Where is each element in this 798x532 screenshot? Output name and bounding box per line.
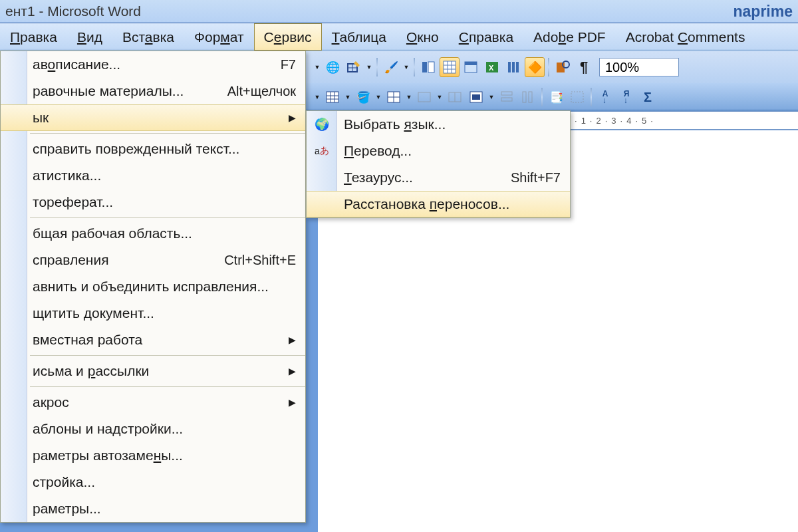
menu-item-autocorrect-options[interactable]: раметры автозамены... [1,442,305,469]
menu-help[interactable]: Справка [449,23,523,51]
dropdown-icon[interactable]: ▼ [402,64,410,70]
menu-item-templates-addins[interactable]: аблоны и надстройки... [1,416,305,442]
menu-item-label: справить поврежденный текст... [33,141,239,157]
svg-rect-33 [501,98,512,101]
menu-item-online-collaboration[interactable]: вместная работа ▶ [1,327,305,353]
distribute-rows-button[interactable] [497,87,517,107]
book-magnify-icon [555,60,570,74]
tables-borders-button[interactable] [344,57,364,77]
dropdown-icon[interactable]: ▼ [365,64,373,70]
svg-rect-3 [422,62,427,72]
paragraph-marks-button[interactable]: ¶ [574,57,594,77]
dropdown-icon[interactable]: ▼ [313,94,321,100]
sort-asc-button[interactable]: А↓ [595,87,615,107]
menu-window[interactable]: Окно [396,23,449,51]
drawing-button[interactable]: 🔶 [525,57,545,77]
menu-edit[interactable]: Правка [0,23,67,51]
dropdown-icon[interactable]: ▼ [374,94,382,100]
menu-view[interactable]: Вид [67,23,112,51]
sort-desc-button[interactable]: Я↓ [616,87,636,107]
ruler-mark: 1 [581,116,586,126]
research-button[interactable] [553,57,573,77]
menu-item-customize[interactable]: стройка... [1,469,305,495]
menu-acrobat-comments[interactable]: Acrobat Comments [616,23,755,51]
menu-bar: Правка Вид Вставка Формат Сервис Таблица… [0,23,798,51]
menu-separator [30,355,305,356]
menu-item-options[interactable]: раметры... [1,495,305,522]
brush-button[interactable]: 🖌️ [381,57,401,77]
menu-item-macro[interactable]: акрос ▶ [1,389,305,416]
dropdown-icon[interactable]: ▼ [436,94,444,100]
insert-table-2-button[interactable] [384,87,404,107]
autosum-button[interactable]: Σ [638,87,658,107]
gridlines-icon [570,90,585,104]
brush-icon: 🖌️ [384,61,398,74]
hyperlink-button[interactable]: 🌐 [323,57,342,77]
doc-map-button[interactable] [418,57,438,77]
ruler-mark: 5 [642,116,646,126]
dropdown-icon[interactable]: ▼ [344,94,352,100]
menu-item-autosummary[interactable]: тореферат... [1,189,305,215]
menu-item-fix-text[interactable]: справить поврежденный текст... [1,136,305,162]
menu-item-label: справления [33,252,109,268]
excel-button[interactable]: X [482,57,502,77]
menu-item-track-changes[interactable]: справления Ctrl+Shift+E [1,247,305,273]
menu-item-compare-merge[interactable]: авнить и объединить исправления... [1,273,305,300]
merge-cells-button[interactable] [414,87,434,107]
menu-adobe-pdf[interactable]: Adobe PDF [523,23,616,51]
split-icon [448,90,462,104]
show-grid-button[interactable] [440,57,460,77]
menu-table[interactable]: Таблица [322,23,396,51]
fill-color-button[interactable]: 🪣 [353,87,373,107]
align-button[interactable] [466,87,486,107]
menu-item-letters-mailings[interactable]: исьма и рассылки ▶ [1,358,305,384]
submenu-item-hyphenation[interactable]: Расстановка переносов... [307,191,570,217]
menu-tools[interactable]: Сервис [254,23,322,51]
menu-item-spelling[interactable]: авописание... F7 [1,51,305,78]
window-split-button[interactable] [461,57,481,77]
menu-shortcut: Alt+щелчок [227,84,296,99]
menu-item-label: тореферат... [33,194,113,210]
menu-separator [30,386,305,387]
menu-separator [30,217,305,218]
svg-rect-27 [418,92,430,102]
menu-item-label: Расстановка переносов... [344,196,509,212]
svg-rect-15 [512,62,515,72]
menu-separator [30,133,305,134]
columns-button[interactable] [503,57,523,77]
submenu-arrow-icon: ▶ [289,112,296,123]
table-icon [325,90,340,104]
window-title: ент1 - Microsoft Word [5,3,141,19]
menu-item-label: раметры автозамены... [33,448,183,464]
align-icon [469,90,483,104]
menu-item-label: бщая рабочая область... [33,225,192,241]
menu-item-protect-document[interactable]: щитить документ... [1,300,305,327]
submenu-item-set-language[interactable]: 🌍 Выбрать язык... [307,111,570,138]
submenu-arrow-icon: ▶ [289,334,296,345]
menu-item-word-count[interactable]: атистика... [1,162,305,189]
svg-rect-11 [465,62,477,65]
grid-pencil-icon [346,60,361,74]
menu-item-language[interactable]: ык ▶ [1,104,305,131]
insert-table-button[interactable] [323,87,342,107]
sort-za-icon: Я↓ [624,90,630,104]
autoformat-button[interactable]: 📑 [546,87,566,107]
menu-item-shared-workspace[interactable]: бщая рабочая область... [1,220,305,247]
menu-insert[interactable]: Вставка [112,23,184,51]
submenu-item-thesaurus[interactable]: Тезаурус... Shift+F7 [307,164,570,191]
separator [414,58,415,76]
svg-rect-31 [472,94,480,100]
distribute-cols-button[interactable] [518,87,538,107]
menu-item-label: вместная работа [33,332,142,348]
show-gridlines-button[interactable] [567,87,587,107]
dropdown-icon[interactable]: ▼ [405,94,413,100]
submenu-item-translate[interactable]: aあ Перевод... [307,138,570,164]
bucket-icon: 🪣 [356,90,370,104]
dropdown-icon[interactable]: ▼ [313,64,321,70]
menu-item-research[interactable]: равочные материалы... Alt+щелчок [1,78,305,104]
zoom-combo[interactable]: 100% [599,58,679,76]
menu-format[interactable]: Формат [184,23,254,51]
split-cells-button[interactable] [445,87,465,107]
dropdown-icon[interactable]: ▼ [487,94,495,100]
svg-rect-32 [501,92,512,95]
